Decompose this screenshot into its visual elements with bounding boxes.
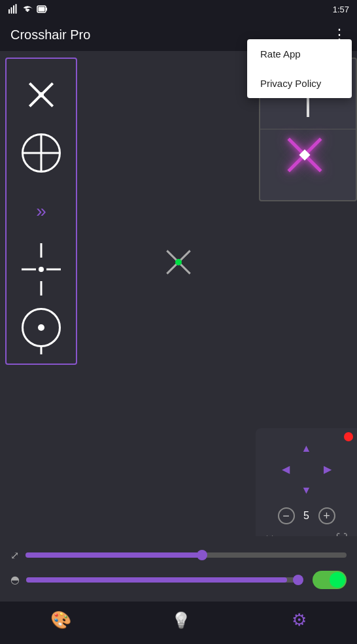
stepper-plus-button[interactable]: + [318,507,335,524]
nav-light[interactable]: 💡 [171,611,191,630]
crosshair-target-item[interactable] [15,301,67,354]
size-icon: ⤢ [10,549,19,562]
privacy-policy-item[interactable]: Privacy Policy [247,69,352,98]
status-bar: 1:57 [0,0,357,18]
stepper-value: 5 [300,510,313,522]
status-icons [8,4,47,14]
wifi-icon [22,5,33,13]
rate-app-item[interactable]: Rate App [247,39,352,69]
red-indicator [344,432,353,441]
preview-bottom [260,129,356,200]
svg-rect-2 [13,5,14,14]
bottom-nav: 🎨 💡 ⚙ [0,602,357,644]
arrow-up[interactable]: ▲ [301,443,312,454]
opacity-slider-track[interactable] [26,577,301,583]
light-icon: 💡 [171,611,191,630]
nav-settings[interactable]: ⚙ [292,610,307,630]
size-slider-row: ⤢ [10,549,347,562]
preview-purple-x [279,129,331,181]
stepper-row: − 5 + [278,507,335,524]
arrow-right[interactable]: ▶ [324,463,332,475]
stepper-minus-button[interactable]: − [278,507,295,524]
main-xhair-dot [175,259,182,265]
crosshair-circle-item[interactable] [15,127,67,179]
status-time: 1:57 [333,5,349,14]
svg-rect-5 [46,8,47,11]
toggle-thumb [330,572,345,588]
size-slider-fill [26,552,202,558]
main-crosshair-display [159,243,198,282]
svg-rect-6 [39,7,45,12]
direction-arrows: ▲ ◀ ▶ ▼ [276,439,337,500]
palette-icon: 🎨 [50,610,71,630]
svg-rect-3 [16,4,17,14]
battery-icon [37,4,47,14]
crosshair-dotdash-item[interactable] [15,243,67,296]
crosshair-x-center [39,92,44,97]
size-slider-thumb [197,550,207,560]
dropdown-menu: Rate App Privacy Policy [247,39,352,98]
crosshair-chevron-item[interactable]: » [15,185,67,237]
crosshair-list-panel: » [5,58,77,365]
crosshair-x-item[interactable] [15,69,67,121]
settings-icon: ⚙ [292,610,307,630]
main-xhair [159,243,198,282]
crosshair-target [22,308,61,347]
arrow-left[interactable]: ◀ [282,463,290,475]
nav-palette[interactable]: 🎨 [50,610,71,630]
size-slider-track[interactable] [26,552,347,558]
signal-icon [8,4,18,14]
bottom-controls-area: ⤢ ◓ [0,536,357,602]
app-title: Crosshair Pro [10,27,90,42]
svg-rect-1 [11,7,12,14]
opacity-icon: ◓ [10,573,20,586]
toggle-switch[interactable] [313,571,347,589]
opacity-slider-thumb [293,575,303,585]
crosshair-circle [22,133,61,173]
arrow-down[interactable]: ▼ [301,484,312,496]
opacity-slider-fill [26,577,287,583]
svg-rect-0 [8,9,10,14]
opacity-row: ◓ [10,571,347,589]
crosshair-dotdash [22,243,61,296]
crosshair-x [22,75,61,114]
crosshair-chevron: » [36,202,46,220]
main-area: » [0,51,357,579]
